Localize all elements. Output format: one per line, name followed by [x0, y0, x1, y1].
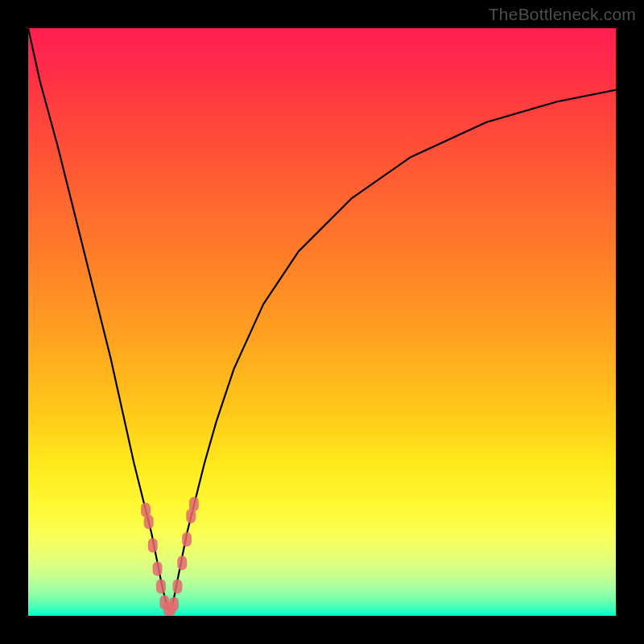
bottleneck-curve	[28, 28, 616, 610]
marker-point	[189, 497, 199, 511]
marker-point	[144, 514, 154, 529]
plot-area	[28, 28, 616, 616]
marker-points-group	[141, 497, 199, 616]
watermark-text: TheBottleneck.com	[489, 5, 636, 24]
marker-point	[153, 562, 163, 576]
chart-frame: TheBottleneck.com	[0, 0, 644, 644]
marker-point	[172, 580, 182, 594]
marker-point	[182, 532, 192, 547]
marker-point	[156, 580, 166, 594]
marker-point	[169, 597, 179, 611]
marker-point	[148, 538, 158, 552]
chart-svg	[28, 28, 616, 616]
marker-point	[177, 555, 187, 570]
